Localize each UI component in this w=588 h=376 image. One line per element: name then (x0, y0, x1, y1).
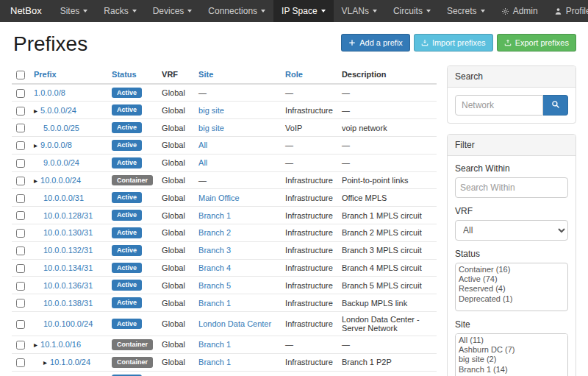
prefix-link[interactable]: 5.0.0.0/25 (43, 124, 79, 132)
export-prefixes-button[interactable]: Export prefixes (497, 34, 576, 52)
filter-option[interactable]: Branch 1 (14) (457, 365, 566, 375)
site-link[interactable]: Branch 5 (198, 281, 231, 290)
row-checkbox[interactable] (16, 358, 25, 367)
site-cell: Branch 1 (194, 294, 281, 312)
filter-option[interactable]: Ashburn DC (7) (457, 345, 566, 355)
nav-item-racks[interactable]: Racks (96, 0, 144, 22)
prefix-cell: ▸10.1.0.0/25 (29, 371, 107, 376)
nav-item-circuits[interactable]: Circuits (385, 0, 439, 22)
site-link[interactable]: Branch 3 (198, 246, 231, 255)
prefix-link[interactable]: 10.0.100.0/24 (43, 319, 93, 328)
prefix-link[interactable]: 10.0.0.130/31 (43, 228, 93, 237)
row-checkbox[interactable] (16, 89, 25, 98)
status-badge: Active (112, 104, 142, 116)
site-link[interactable]: Branch 4 (198, 263, 231, 272)
row-checkbox[interactable] (16, 177, 25, 185)
import-prefixes-button[interactable]: Import prefixes (414, 34, 493, 52)
site-filter-list[interactable]: All (11)Ashburn DC (7)big site (2)Branch… (455, 333, 568, 376)
site-link[interactable]: Main Office (198, 194, 239, 202)
expand-caret-icon: ▸ (43, 358, 47, 366)
search-within-input[interactable] (455, 177, 568, 198)
select-all-checkbox[interactable] (16, 71, 25, 79)
prefix-link[interactable]: 10.0.0.136/31 (43, 281, 93, 290)
filter-option[interactable]: Active (74) (457, 274, 566, 284)
filter-option[interactable]: Reserved (4) (457, 284, 566, 294)
site-cell: Branch 5 (194, 277, 281, 294)
row-checkbox[interactable] (16, 159, 25, 168)
prefix-link[interactable]: 10.1.0.0/16 (40, 340, 81, 349)
vrf-cell: Global (157, 371, 194, 376)
nav-item-secrets[interactable]: Secrets (439, 0, 493, 22)
prefix-link[interactable]: 9.0.0.0/8 (40, 141, 72, 149)
site-link[interactable]: Branch 1 (198, 211, 231, 220)
search-button[interactable] (543, 95, 568, 116)
nav-item-vlans[interactable]: VLANs (334, 0, 385, 22)
row-checkbox[interactable] (16, 246, 25, 255)
row-checkbox[interactable] (16, 194, 25, 203)
filter-option[interactable]: All (11) (457, 336, 566, 345)
column-header-prefix[interactable]: Prefix (29, 65, 107, 84)
prefix-link[interactable]: 10.0.0.132/31 (43, 246, 93, 255)
site-link[interactable]: big site (198, 124, 224, 132)
prefix-link[interactable]: 10.0.0.138/31 (43, 299, 93, 308)
site-cell: London Data Center (194, 311, 281, 336)
gear-icon (501, 7, 509, 15)
filter-option[interactable]: Deprecated (1) (457, 294, 566, 304)
site-cell: All (194, 154, 281, 171)
status-cell: Active (107, 207, 157, 224)
add-a-prefix-button[interactable]: Add a prefix (341, 34, 410, 52)
prefix-link[interactable]: 1.0.0.0/8 (34, 88, 65, 97)
prefix-link[interactable]: 5.0.0.0/24 (40, 106, 76, 115)
nav-item-devices[interactable]: Devices (145, 0, 201, 22)
filter-option[interactable]: big site (2) (457, 355, 566, 364)
site-cell: All (194, 136, 281, 154)
chevron-down-icon (261, 10, 265, 13)
row-checkbox[interactable] (16, 320, 25, 329)
vrf-cell: Global (157, 154, 194, 171)
site-link[interactable]: Branch 2 (198, 228, 231, 237)
prefix-link[interactable]: 10.0.0.0/31 (43, 194, 84, 202)
column-header-site[interactable]: Site (194, 65, 281, 84)
role-cell: — (281, 136, 337, 154)
filter-option[interactable]: Container (16) (457, 265, 566, 274)
row-checkbox[interactable] (16, 299, 25, 308)
row-checkbox[interactable] (16, 229, 25, 238)
nav-item-profile[interactable]: Profile (546, 0, 588, 22)
brand-link[interactable]: NetBox (0, 0, 52, 22)
row-checkbox[interactable] (16, 264, 25, 273)
row-checkbox[interactable] (16, 211, 25, 220)
row-checkbox[interactable] (16, 107, 25, 116)
prefix-link[interactable]: 10.1.0.0/24 (50, 358, 90, 366)
prefix-link[interactable]: 10.0.0.134/31 (43, 263, 93, 272)
site-link[interactable]: Branch 1 (198, 340, 231, 349)
row-checkbox[interactable] (16, 124, 25, 132)
site-link[interactable]: Branch 1 (198, 358, 231, 366)
column-header-role[interactable]: Role (281, 65, 337, 84)
prefix-link[interactable]: 9.0.0.0/24 (43, 158, 79, 167)
prefix-link[interactable]: 10.0.0.0/24 (40, 176, 81, 185)
site-link[interactable]: All (198, 141, 207, 149)
nav-item-connections[interactable]: Connections (200, 0, 273, 22)
description-cell: — (337, 102, 437, 119)
row-checkbox[interactable] (16, 282, 25, 291)
vrf-cell: Global (157, 84, 194, 102)
search-input[interactable] (455, 95, 543, 116)
nav-item-ip-space[interactable]: IP Space (273, 0, 333, 22)
nav-item-sites[interactable]: Sites (52, 0, 96, 22)
site-link[interactable]: All (198, 158, 207, 167)
row-checkbox[interactable] (16, 341, 25, 350)
site-link[interactable]: London Data Center (198, 319, 271, 328)
prefix-cell: 5.0.0.0/25 (29, 119, 107, 137)
row-checkbox[interactable] (16, 141, 25, 150)
site-link[interactable]: big site (198, 106, 224, 115)
site-cell: Main Office (194, 189, 281, 207)
vrf-select[interactable]: All (455, 220, 568, 241)
status-filter-list[interactable]: Container (16)Active (74)Reserved (4)Dep… (455, 263, 568, 311)
prefix-link[interactable]: 10.0.0.128/31 (43, 211, 93, 220)
site-link[interactable]: Branch 1 (198, 299, 231, 308)
nav-item-admin[interactable]: Admin (493, 0, 546, 22)
role-cell: Infrastructure (281, 207, 337, 224)
description-cell: Office MPLS (337, 189, 437, 207)
column-header-status[interactable]: Status (107, 65, 157, 84)
role-cell: Infrastructure (281, 311, 337, 336)
